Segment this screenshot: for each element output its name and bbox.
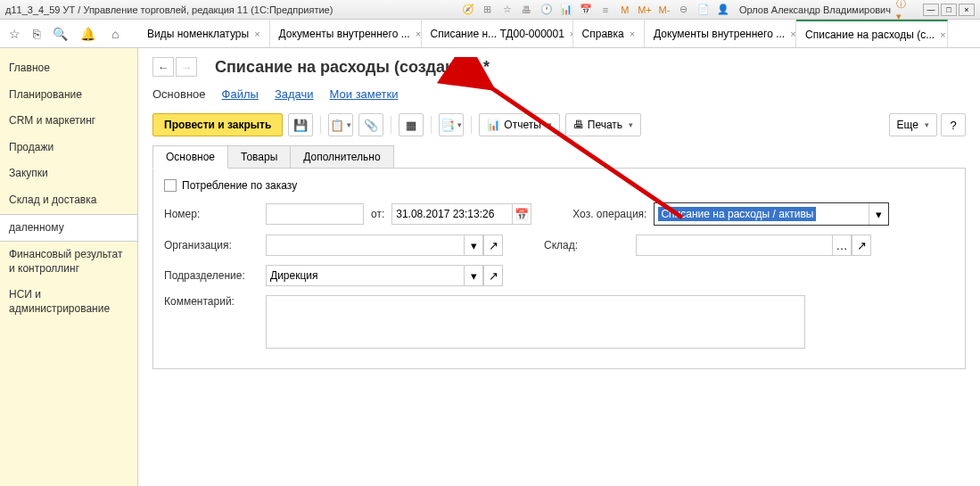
sidebar-item-main[interactable]: Главное bbox=[0, 55, 137, 82]
reports-button[interactable]: 📊Отчеты bbox=[479, 113, 559, 136]
m-icon[interactable]: M bbox=[618, 3, 632, 17]
template-icon[interactable]: 📑 bbox=[439, 113, 464, 136]
post-icon[interactable]: 📋 bbox=[328, 113, 353, 136]
link-notes[interactable]: Мои заметки bbox=[330, 87, 399, 101]
calendar-icon[interactable]: 📅 bbox=[579, 3, 593, 17]
close-icon[interactable]: × bbox=[790, 29, 795, 39]
m-plus-icon[interactable]: M+ bbox=[638, 3, 652, 17]
m-minus-icon[interactable]: M- bbox=[657, 3, 671, 17]
sidebar-item-warehouse[interactable]: Склад и доставка bbox=[0, 187, 137, 214]
chevron-down-icon[interactable]: ▾ bbox=[869, 203, 888, 225]
copy-icon[interactable]: ⎘ bbox=[33, 27, 40, 41]
warehouse-input[interactable] bbox=[636, 235, 832, 256]
sidebar-item-finance[interactable]: Финансовый результат и контроллинг bbox=[0, 242, 137, 282]
close-icon[interactable]: × bbox=[254, 29, 259, 39]
search-icon[interactable]: 🔍 bbox=[53, 27, 68, 41]
link-main[interactable]: Основное bbox=[152, 87, 206, 101]
consume-by-order-label: Потребление по заказу bbox=[182, 179, 297, 192]
barcode-icon[interactable]: ▦ bbox=[399, 113, 424, 136]
calendar-icon[interactable]: 📅 bbox=[512, 203, 531, 225]
favorite-icon[interactable]: ☆ bbox=[9, 27, 21, 41]
bars-icon[interactable]: ≡ bbox=[598, 3, 613, 17]
sidebar-item-planning[interactable]: Планирование bbox=[0, 82, 137, 109]
star-icon[interactable]: ☆ bbox=[500, 3, 515, 17]
tab-internal-docs-2[interactable]: Документы внутреннего ...× bbox=[645, 20, 796, 47]
printer-icon: 🖶 bbox=[573, 119, 584, 131]
tab-internal-docs-1[interactable]: Документы внутреннего ...× bbox=[270, 20, 422, 47]
page-title: Списание на расходы (создание) * bbox=[215, 58, 490, 77]
content-area: ← → Списание на расходы (создание) * Осн… bbox=[138, 48, 980, 486]
tab-help[interactable]: Справка× bbox=[573, 20, 646, 47]
subtab-main[interactable]: Основное bbox=[152, 145, 228, 169]
print-button[interactable]: 🖶Печать bbox=[565, 113, 641, 136]
user-icon[interactable]: 👤 bbox=[716, 3, 730, 17]
operation-label: Хоз. операция: bbox=[572, 208, 646, 220]
calc-icon[interactable]: 📊 bbox=[559, 3, 573, 17]
close-icon[interactable]: × bbox=[940, 29, 945, 40]
grid-icon[interactable]: ⊞ bbox=[481, 3, 495, 17]
subtab-additional[interactable]: Дополнительно bbox=[290, 145, 393, 169]
minimize-button[interactable]: — bbox=[923, 4, 939, 16]
link-tasks[interactable]: Задачи bbox=[275, 87, 314, 101]
tab-bar: ☆ ⎘ 🔍 🔔 ⌂ Виды номенклатуры× Документы в… bbox=[0, 20, 980, 48]
chevron-down-icon[interactable]: ▾ bbox=[464, 235, 483, 256]
tab-writeoff-doc[interactable]: Списание н... ТД00-000001× bbox=[422, 20, 573, 47]
info-icon[interactable]: ⓘ ▾ bbox=[896, 3, 910, 17]
sidebar-item-purchases[interactable]: Закупки bbox=[0, 161, 137, 187]
close-button[interactable]: × bbox=[959, 4, 975, 16]
nav-icon[interactable]: 🧭 bbox=[461, 3, 475, 17]
app-title: д11_3_4_59 УТ / Управление торговлей, ре… bbox=[5, 4, 333, 15]
sidebar: Главное Планирование CRM и маркетинг Про… bbox=[0, 48, 138, 486]
ellipsis-icon[interactable]: … bbox=[832, 235, 852, 256]
subtab-goods[interactable]: Товары bbox=[227, 145, 291, 169]
sidebar-item-sales[interactable]: Продажи bbox=[0, 135, 137, 161]
title-toolbar: 🧭 ⊞ ☆ 🖶 🕐 📊 📅 ≡ M M+ M- ⊖ 📄 👤 Орлов Алек… bbox=[461, 3, 975, 17]
forward-button[interactable]: → bbox=[176, 57, 197, 77]
link-files[interactable]: Файлы bbox=[222, 87, 259, 101]
clock-icon[interactable]: 🕐 bbox=[539, 3, 554, 17]
save-icon[interactable]: 💾 bbox=[288, 113, 313, 136]
operation-select[interactable]: Списание на расходы / активы bbox=[655, 203, 869, 225]
sidebar-item-crm[interactable]: CRM и маркетинг bbox=[0, 108, 137, 135]
open-icon[interactable]: ↗ bbox=[483, 265, 503, 286]
tab-writeoff-create[interactable]: Списание на расходы (с...× bbox=[796, 20, 948, 47]
dept-label: Подразделение: bbox=[164, 269, 259, 282]
from-label: от: bbox=[371, 208, 384, 220]
consume-by-order-checkbox[interactable] bbox=[164, 179, 177, 192]
zoom-out-icon[interactable]: ⊖ bbox=[677, 3, 691, 17]
org-label: Организация: bbox=[164, 239, 259, 251]
warehouse-label: Склад: bbox=[544, 239, 629, 251]
open-icon[interactable]: ↗ bbox=[852, 235, 871, 256]
user-name: Орлов Александр Владимирович bbox=[739, 4, 891, 15]
chevron-down-icon[interactable]: ▾ bbox=[464, 265, 483, 286]
comment-label: Комментарий: bbox=[164, 295, 259, 308]
number-label: Номер: bbox=[164, 208, 259, 220]
sidebar-item-remote[interactable]: даленному bbox=[0, 214, 138, 243]
org-input[interactable] bbox=[266, 235, 464, 256]
submit-close-button[interactable]: Провести и закрыть bbox=[152, 113, 283, 136]
comment-textarea[interactable] bbox=[266, 295, 805, 349]
attach-icon[interactable]: 📎 bbox=[358, 113, 383, 136]
title-bar: д11_3_4_59 УТ / Управление торговлей, ре… bbox=[0, 0, 980, 20]
printer-icon[interactable]: 🖶 bbox=[520, 3, 534, 17]
bell-icon[interactable]: 🔔 bbox=[80, 27, 95, 41]
more-button[interactable]: Еще bbox=[889, 113, 937, 136]
sidebar-item-admin[interactable]: НСИ и администрирование bbox=[0, 282, 137, 322]
tab-nomenclature[interactable]: Виды номенклатуры× bbox=[138, 20, 270, 47]
dept-input[interactable] bbox=[266, 265, 464, 286]
number-input[interactable] bbox=[266, 203, 364, 225]
open-icon[interactable]: ↗ bbox=[483, 235, 503, 256]
page-icon[interactable]: 📄 bbox=[696, 3, 711, 17]
date-input[interactable] bbox=[391, 203, 512, 225]
back-button[interactable]: ← bbox=[152, 57, 174, 77]
close-icon[interactable]: × bbox=[416, 29, 421, 39]
home-icon[interactable]: ⌂ bbox=[111, 27, 119, 41]
close-icon[interactable]: × bbox=[630, 29, 635, 39]
report-icon: 📊 bbox=[487, 119, 500, 131]
maximize-button[interactable]: □ bbox=[941, 4, 957, 16]
help-icon[interactable]: ? bbox=[941, 113, 966, 136]
